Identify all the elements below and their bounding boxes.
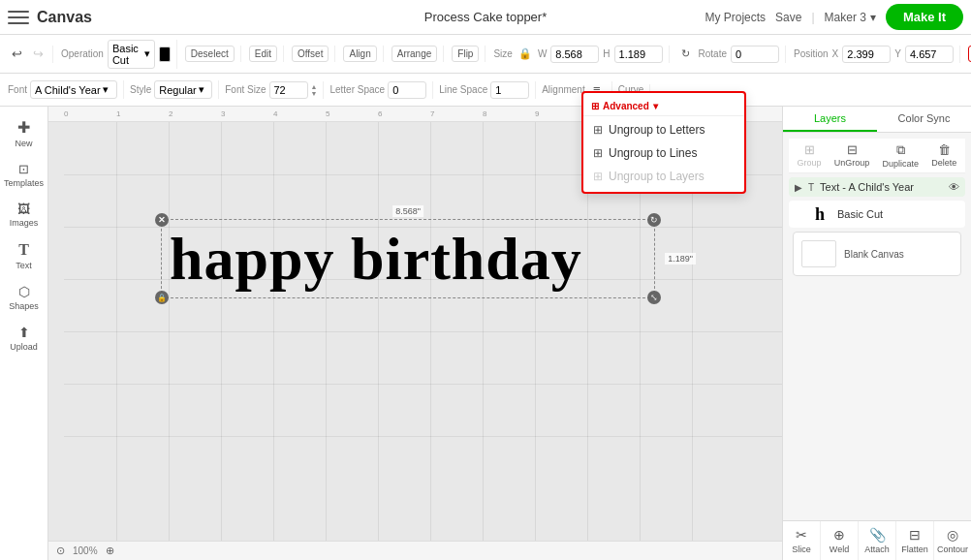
maker3-label: Maker 3	[825, 11, 866, 24]
delete-action[interactable]: 🗑 Delete	[931, 142, 956, 169]
rotate-value: 0	[736, 48, 741, 60]
delete-icon: 🗑	[938, 142, 951, 157]
sidebar-item-images-label: Images	[10, 218, 39, 228]
rotate-label: Rotate	[699, 48, 727, 59]
size-label: Size	[493, 48, 512, 59]
weld-label: Weld	[830, 544, 849, 554]
ungroup-label: UnGroup	[834, 158, 870, 168]
canvas-title: Process Cake topper*	[424, 10, 547, 24]
weld-button[interactable]: ⊕ Weld	[821, 521, 859, 560]
my-projects-link[interactable]: My Projects	[705, 11, 766, 24]
x-input[interactable]: 2.399	[842, 46, 891, 63]
deselect-button[interactable]: Deselect	[185, 46, 235, 62]
font-size-spinner[interactable]: ▲ ▼	[311, 83, 318, 97]
font-select[interactable]: A Child's Year ▾	[30, 80, 117, 99]
lock-handle[interactable]: 🔒	[155, 291, 169, 304]
ruler-tick-2: 2	[169, 109, 172, 118]
operation-select[interactable]: Basic Cut ▾	[108, 40, 155, 69]
width-input[interactable]: 8.568	[550, 46, 599, 63]
line-space-label: Line Space	[439, 84, 487, 95]
ungroup-action[interactable]: ⊟ UnGroup	[834, 142, 870, 169]
slice-button[interactable]: ✂ Slice	[783, 521, 821, 560]
group-action[interactable]: ⊞ Group	[798, 142, 822, 169]
sidebar-item-templates[interactable]: ⊡ Templates	[3, 156, 46, 194]
ungroup-to-lines-item[interactable]: ⊞ Ungroup to Lines	[583, 141, 744, 165]
upload-icon: ⬆	[18, 325, 30, 340]
edit-button[interactable]: Edit	[249, 46, 277, 62]
dimension-width-label: 8.568"	[392, 205, 423, 217]
position-label: Position	[794, 48, 829, 59]
sidebar-item-shapes[interactable]: ⬡ Shapes	[3, 278, 46, 317]
rotate-handle[interactable]: ↻	[647, 213, 661, 227]
right-tabs: Layers Color Sync	[783, 107, 971, 133]
sidebar-item-templates-label: Templates	[4, 178, 44, 188]
zoom-out-button[interactable]: ⊙	[56, 544, 65, 557]
style-select[interactable]: Regular ▾	[154, 80, 212, 99]
operation-group: Operation Basic Cut ▾	[61, 40, 177, 69]
tab-layers[interactable]: Layers	[783, 107, 877, 132]
layer-subitem[interactable]: h Basic Cut	[789, 201, 965, 228]
hamburger-menu[interactable]	[8, 7, 29, 28]
height-input[interactable]: 1.189	[614, 46, 663, 63]
ruler-tick-0: 0	[64, 109, 68, 118]
letter-space-value: 0	[392, 84, 398, 96]
selection-box: ✕ ↻ 🔒 ⤡ happy birthday	[161, 219, 655, 298]
align-button[interactable]: Align	[343, 46, 376, 62]
lock-aspect-icon[interactable]: 🔒	[517, 46, 534, 63]
blank-canvas-item[interactable]: Blank Canvas	[793, 232, 961, 276]
sidebar-item-text-label: Text	[16, 261, 32, 270]
delete-label: Delete	[931, 158, 956, 168]
ungroup-lines-icon: ⊞	[593, 146, 603, 160]
canvas-text[interactable]: happy birthday	[162, 224, 654, 294]
font-toolbar: Font A Child's Year ▾ Style Regular ▾ Fo…	[0, 74, 971, 107]
ruler-tick-7: 7	[430, 109, 434, 118]
contour-button[interactable]: ◎ Contour	[934, 521, 971, 560]
y-input[interactable]: 4.657	[905, 46, 954, 63]
position-group: Position X 2.399 Y 4.657	[794, 46, 960, 63]
offset-button[interactable]: Offset	[292, 46, 329, 62]
right-sidebar: Layers Color Sync ⊞ Group ⊟ UnGroup ⧉ Du…	[782, 107, 971, 560]
undo-icon[interactable]: ↩	[8, 46, 25, 63]
canvas-bottom-bar: ⊙ 100% ⊕	[48, 541, 782, 560]
redo-icon[interactable]: ↪	[29, 46, 47, 63]
sidebar-item-images[interactable]: 🖼 Images	[3, 196, 46, 233]
make-it-button[interactable]: Make It	[886, 4, 963, 30]
arrange-button[interactable]: Arrange	[392, 46, 438, 62]
flatten-button[interactable]: ⊟ Flatten	[896, 521, 934, 560]
flip-button[interactable]: Flip	[452, 46, 479, 62]
layer-group-item[interactable]: ▶ T Text - A Child's Year 👁	[789, 177, 965, 197]
zoom-level: 100%	[73, 545, 98, 556]
layer-subitem-label: Basic Cut	[837, 208, 959, 220]
font-size-label: Font Size	[225, 84, 266, 95]
sidebar-item-upload[interactable]: ⬆ Upload	[3, 319, 46, 358]
advanced-section-label: Advanced	[603, 101, 649, 111]
save-button[interactable]: Save	[775, 11, 801, 24]
ungroup-to-letters-item[interactable]: ⊞ Ungroup to Letters	[583, 118, 744, 141]
line-space-input[interactable]: 1	[490, 81, 529, 99]
weld-icon: ⊕	[833, 527, 845, 543]
letter-space-input[interactable]: 0	[388, 81, 426, 99]
font-size-input[interactable]: 72	[269, 81, 308, 99]
tab-color-sync[interactable]: Color Sync	[877, 107, 971, 132]
zoom-in-button[interactable]: ⊕	[106, 544, 114, 557]
contour-label: Contour	[937, 544, 968, 554]
letter-space-label: Letter Space	[329, 84, 385, 95]
font-size-group: Font Size 72 ▲ ▼	[225, 81, 324, 99]
left-sidebar: ✚ New ⊡ Templates 🖼 Images T Text ⬡ Shap…	[0, 107, 48, 560]
maker3-selector[interactable]: Maker 3 ▾	[825, 11, 876, 24]
duplicate-icon: ⧉	[896, 142, 905, 158]
rotate-input[interactable]: 0	[731, 46, 779, 63]
resize-handle[interactable]: ⤡	[647, 291, 661, 304]
layer-visibility-icon[interactable]: 👁	[949, 181, 959, 193]
style-label: Style	[130, 84, 151, 95]
alignment-label: Alignment	[542, 84, 584, 95]
duplicate-action[interactable]: ⧉ Duplicate	[883, 142, 920, 169]
attach-button[interactable]: 📎 Attach	[859, 521, 896, 560]
sidebar-item-new[interactable]: ✚ New	[3, 112, 46, 154]
operation-color-swatch[interactable]	[159, 47, 171, 62]
text-element[interactable]: 8.568" ✕ ↻ 🔒	[161, 219, 655, 298]
delete-handle[interactable]: ✕	[155, 213, 169, 227]
delete-handle-icon: ✕	[158, 215, 166, 225]
operation-label: Operation	[61, 48, 104, 59]
sidebar-item-text[interactable]: T Text	[3, 235, 46, 276]
